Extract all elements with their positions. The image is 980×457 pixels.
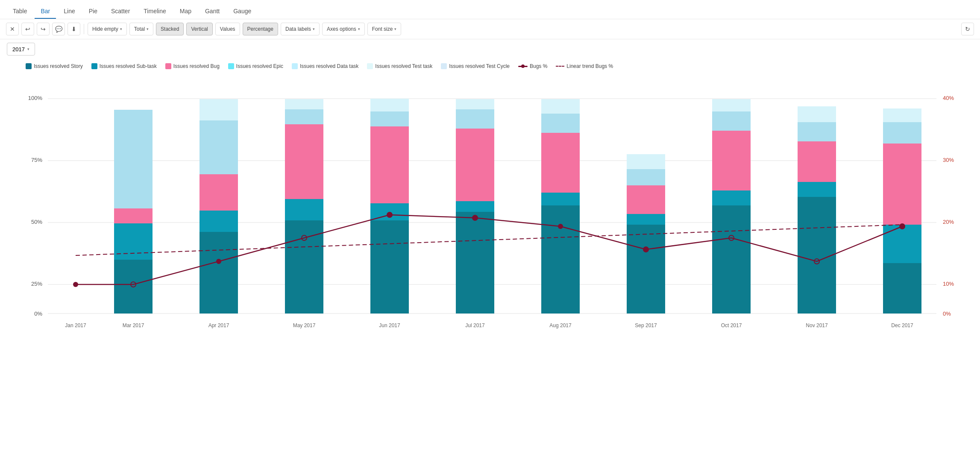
- bar-sep-subtask: [627, 214, 665, 225]
- legend-swatch: [367, 63, 373, 69]
- comment-btn[interactable]: 💬: [52, 23, 65, 35]
- y-right-40: 40%: [943, 95, 954, 101]
- bar-dec-bug: [883, 144, 921, 225]
- legend-swatch: [441, 63, 447, 69]
- bar-jun-epic: [370, 111, 409, 126]
- toolbar: ✕ ↩ ↪ 💬 ⬇ Hide empty ▾ Total ▾ Stacked V…: [0, 19, 980, 39]
- total-btn[interactable]: Total ▾: [129, 23, 153, 35]
- legend-label: Issues resolved Data task: [300, 63, 358, 69]
- tab-table[interactable]: Table: [7, 4, 33, 19]
- bar-oct-subtask: [712, 190, 751, 205]
- legend-label: Linear trend Bugs %: [566, 63, 613, 69]
- x-label-dec: Dec 2017: [891, 322, 913, 328]
- y-right-30: 30%: [943, 157, 954, 163]
- x-label-mar: Mar 2017: [123, 322, 144, 328]
- bar-apr-subtask: [200, 211, 238, 232]
- y-label-75: 75%: [31, 157, 42, 163]
- y-label-25: 25%: [31, 281, 42, 287]
- dot-jun: [387, 212, 393, 218]
- chart-area: Issues resolved StoryIssues resolved Sub…: [0, 59, 980, 341]
- x-label-oct: Oct 2017: [721, 322, 742, 328]
- redo-btn[interactable]: ↪: [37, 23, 50, 35]
- data-labels-btn[interactable]: Data labels ▾: [281, 23, 320, 35]
- font-size-btn[interactable]: Font size ▾: [367, 23, 402, 35]
- legend-label: Issues resolved Test task: [375, 63, 432, 69]
- close-icon-btn[interactable]: ✕: [6, 23, 19, 35]
- bar-apr-epic: [200, 120, 238, 174]
- sep1: [84, 24, 84, 34]
- bar-oct-bug: [712, 131, 751, 190]
- legend-item: Issues resolved Data task: [292, 63, 358, 69]
- bar-mar-epic: [114, 110, 153, 208]
- dot-jan: [73, 282, 78, 287]
- tab-line[interactable]: Line: [58, 4, 81, 19]
- dot-jul: [472, 215, 478, 221]
- legend-dot-line: [518, 66, 528, 67]
- tab-scatter[interactable]: Scatter: [105, 4, 136, 19]
- bar-apr-datatask: [200, 99, 238, 120]
- tab-pie[interactable]: Pie: [83, 4, 103, 19]
- bar-aug-bug: [541, 133, 580, 193]
- legend-swatch: [228, 63, 234, 69]
- top-tabs: TableBarLinePieScatterTimelineMapGanttGa…: [0, 0, 980, 19]
- y-label-100: 100%: [28, 95, 43, 101]
- bar-nov-datatask: [798, 106, 836, 122]
- percentage-btn[interactable]: Percentage: [243, 23, 278, 35]
- hide-empty-btn[interactable]: Hide empty ▾: [88, 23, 127, 35]
- legend-label: Issues resolved Bug: [173, 63, 220, 69]
- tab-timeline[interactable]: Timeline: [138, 4, 172, 19]
- bar-jun-bug: [370, 126, 409, 203]
- stacked-btn[interactable]: Stacked: [156, 23, 184, 35]
- year-selector: 2017 ▾: [0, 39, 980, 59]
- bar-sep-story: [627, 225, 665, 313]
- undo-btn[interactable]: ↩: [21, 23, 34, 35]
- tab-map[interactable]: Map: [174, 4, 197, 19]
- legend-dashed: [556, 66, 564, 67]
- x-label-nov: Nov 2017: [806, 322, 828, 328]
- bar-nov-subtask: [798, 182, 836, 197]
- y-right-0: 0%: [943, 311, 951, 317]
- bar-nov-story: [798, 197, 836, 313]
- year-btn[interactable]: 2017 ▾: [7, 43, 35, 56]
- tab-bar[interactable]: Bar: [35, 4, 56, 19]
- bar-dec-epic: [883, 122, 921, 144]
- chart-wrapper: 100% 75% 50% 25% 0% 40% 30% 20% 10% 0%: [9, 75, 971, 333]
- legend-swatch: [91, 63, 97, 69]
- legend-label: Bugs %: [530, 63, 547, 69]
- bar-may-datatask: [285, 99, 323, 109]
- legend-label: Issues resolved Story: [34, 63, 83, 69]
- y-label-50: 50%: [31, 219, 42, 225]
- bar-apr-bug: [200, 174, 238, 211]
- bar-sep-epic: [627, 169, 665, 185]
- refresh-btn[interactable]: ↻: [961, 23, 974, 35]
- bar-mar-bug: [114, 208, 153, 223]
- legend-item: Issues resolved Test task: [367, 63, 432, 69]
- bar-sep-bug: [627, 185, 665, 214]
- vertical-btn[interactable]: Vertical: [186, 23, 212, 35]
- bar-oct-datatask: [712, 99, 751, 111]
- dot-aug: [558, 224, 563, 229]
- x-label-apr: Apr 2017: [208, 322, 229, 328]
- axes-options-btn[interactable]: Axes options ▾: [322, 23, 365, 35]
- tab-gauge[interactable]: Gauge: [227, 4, 257, 19]
- legend-label: Issues resolved Epic: [236, 63, 283, 69]
- y-right-20: 20%: [943, 219, 954, 225]
- bar-mar-subtask: [114, 223, 153, 260]
- legend-item: Bugs %: [518, 63, 547, 69]
- bar-oct-story: [712, 205, 751, 313]
- bar-may-subtask: [285, 199, 323, 220]
- bar-jul-bug: [456, 129, 494, 201]
- legend-label: Issues resolved Test Cycle: [449, 63, 510, 69]
- bar-dec-subtask: [883, 225, 921, 263]
- tab-gantt[interactable]: Gantt: [199, 4, 226, 19]
- dot-sep: [643, 246, 649, 252]
- bar-dec-story: [883, 263, 921, 313]
- bar-jun-story: [370, 220, 409, 313]
- bar-jul-story: [456, 212, 494, 313]
- values-btn[interactable]: Values: [215, 23, 240, 35]
- download-btn[interactable]: ⬇: [67, 23, 80, 35]
- legend-item: Issues resolved Bug: [165, 63, 220, 69]
- bar-jun-datatask: [370, 99, 409, 111]
- bar-dec-datatask: [883, 108, 921, 122]
- bar-chart: 100% 75% 50% 25% 0% 40% 30% 20% 10% 0%: [9, 75, 971, 331]
